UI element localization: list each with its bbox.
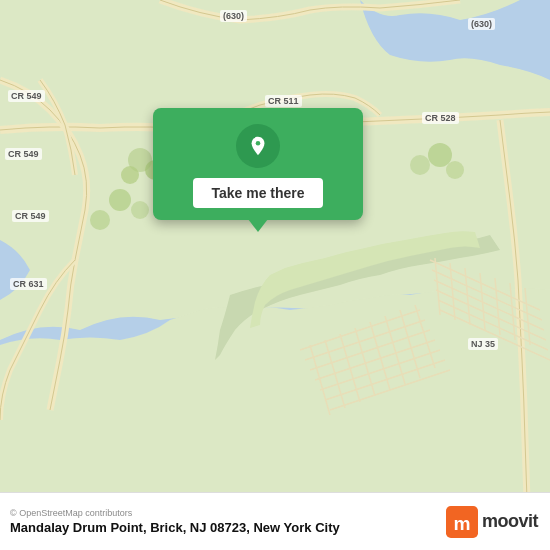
road-label-cr528: CR 528 — [422, 112, 459, 124]
road-label-cr549-1: CR 549 — [8, 90, 45, 102]
map-container: CR 549 CR 549 CR 549 CR 631 CR 528 (630)… — [0, 0, 550, 550]
road-label-nj35: NJ 35 — [468, 338, 498, 350]
svg-point-3 — [121, 166, 139, 184]
moovit-brand-text: moovit — [482, 511, 538, 532]
osm-attribution: © OpenStreetMap contributors — [10, 508, 340, 518]
road-label-cr511: CR 511 — [265, 95, 302, 107]
location-name: Mandalay Drum Point, Brick, NJ 08723, Ne… — [10, 520, 340, 535]
svg-point-5 — [131, 201, 149, 219]
road-label-cr630-1: (630) — [220, 10, 247, 22]
svg-point-7 — [410, 155, 430, 175]
svg-point-9 — [446, 161, 464, 179]
location-pin-icon — [247, 135, 269, 157]
svg-point-4 — [109, 189, 131, 211]
svg-point-6 — [90, 210, 110, 230]
svg-point-8 — [428, 143, 452, 167]
svg-text:m: m — [453, 513, 470, 534]
svg-point-38 — [256, 141, 261, 146]
popup-card: Take me there — [153, 108, 363, 220]
take-me-there-button[interactable]: Take me there — [193, 178, 322, 208]
moovit-logo: m moovit — [446, 506, 538, 538]
road-label-cr631: CR 631 — [10, 278, 47, 290]
bottom-bar: © OpenStreetMap contributors Mandalay Dr… — [0, 492, 550, 550]
moovit-logo-icon: m — [446, 506, 478, 538]
map-background — [0, 0, 550, 550]
road-label-cr549-2: CR 549 — [5, 148, 42, 160]
road-label-cr549-3: CR 549 — [12, 210, 49, 222]
bottom-left: © OpenStreetMap contributors Mandalay Dr… — [10, 508, 340, 535]
location-icon-wrapper — [236, 124, 280, 168]
road-label-cr630-2: (630) — [468, 18, 495, 30]
